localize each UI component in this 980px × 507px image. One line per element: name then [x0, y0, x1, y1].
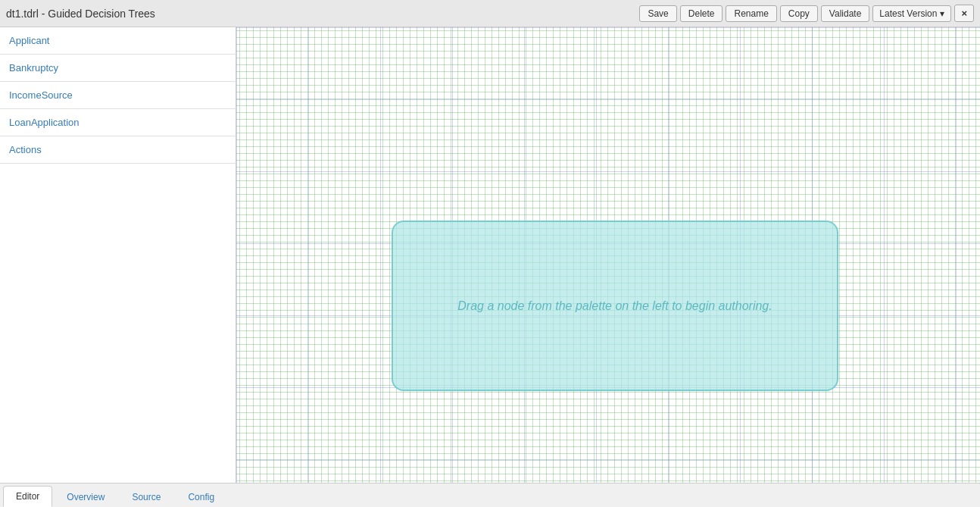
close-button[interactable]: × [954, 5, 974, 22]
tab-config[interactable]: Config [175, 487, 227, 507]
tab-editor[interactable]: Editor [3, 486, 52, 507]
validate-button[interactable]: Validate [821, 5, 869, 22]
tab-overview-label: Overview [67, 492, 105, 502]
latest-version-button[interactable]: Latest Version ▾ [872, 5, 951, 22]
tab-editor-label: Editor [16, 491, 39, 502]
sidebar-item-label: Actions [9, 144, 42, 155]
tab-source[interactable]: Source [119, 487, 173, 507]
sidebar-item-label: Applicant [9, 35, 49, 46]
sidebar-item-bankruptcy[interactable]: Bankruptcy [0, 55, 236, 82]
rename-button[interactable]: Rename [726, 5, 776, 22]
sidebar-item-loanapplication[interactable]: LoanApplication [0, 109, 236, 136]
sidebar-item-label: IncomeSource [9, 89, 73, 101]
main-content: Applicant Bankruptcy IncomeSource LoanAp… [0, 27, 980, 483]
canvas-area[interactable]: Drag a node from the palette on the left… [236, 27, 980, 483]
delete-button[interactable]: Delete [680, 5, 723, 22]
latest-version-label: Latest Version [879, 8, 937, 19]
sidebar-item-applicant[interactable]: Applicant [0, 27, 236, 55]
toolbar-buttons: Save Delete Rename Copy Validate Latest … [639, 5, 974, 22]
tab-bar: Editor Overview Source Config [0, 483, 980, 507]
sidebar-palette: Applicant Bankruptcy IncomeSource LoanAp… [0, 27, 236, 483]
sidebar-item-label: LoanApplication [9, 117, 80, 128]
drop-zone[interactable]: Drag a node from the palette on the left… [392, 221, 838, 391]
tab-source-label: Source [132, 492, 161, 502]
copy-button[interactable]: Copy [780, 5, 818, 22]
tab-overview[interactable]: Overview [54, 487, 117, 507]
drop-zone-text: Drag a node from the palette on the left… [457, 299, 772, 313]
sidebar-item-actions[interactable]: Actions [0, 136, 236, 164]
page-title: dt1.tdrl - Guided Decision Trees [6, 8, 155, 20]
save-button[interactable]: Save [639, 5, 676, 22]
sidebar-item-incomesource[interactable]: IncomeSource [0, 82, 236, 109]
tab-config-label: Config [188, 492, 214, 502]
title-bar: dt1.tdrl - Guided Decision Trees Save De… [0, 0, 980, 27]
sidebar-item-label: Bankruptcy [9, 62, 58, 74]
chevron-down-icon: ▾ [940, 8, 944, 19]
